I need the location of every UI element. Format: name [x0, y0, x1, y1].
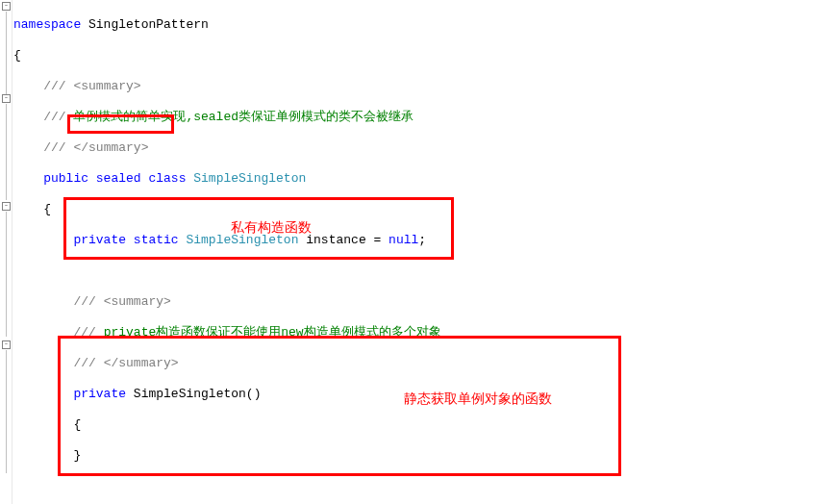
keyword-namespace: namespace — [13, 17, 81, 32]
fold-toggle[interactable]: - — [2, 94, 11, 103]
brace: { — [13, 48, 536, 63]
fold-line — [6, 104, 7, 200]
fold-toggle[interactable]: - — [2, 340, 11, 349]
fold-line — [6, 12, 7, 94]
keyword-public: public — [13, 171, 88, 186]
doc-tag: </summary> — [73, 140, 148, 155]
fold-gutter: - - - - — [0, 0, 13, 504]
fold-toggle[interactable]: - — [2, 2, 11, 11]
fold-toggle[interactable]: - — [2, 202, 11, 211]
doc-slash: /// — [13, 294, 104, 309]
highlight-getinstance — [58, 336, 621, 476]
highlight-private-static — [67, 114, 174, 134]
doc-slash: /// — [13, 140, 73, 155]
doc-tag: <summary> — [104, 294, 171, 309]
type-name: SimpleSingleton — [186, 171, 306, 186]
annotation-getinstance: 静态获取单例对象的函数 — [404, 391, 552, 406]
annotation-ctor: 私有构造函数 — [231, 219, 312, 235]
fold-line — [6, 212, 7, 337]
fold-line — [6, 350, 7, 473]
doc-slash: /// — [13, 79, 73, 93]
ns-name: SingletonPattern — [81, 17, 209, 32]
doc-tag: <summary> — [73, 79, 140, 93]
keyword-sealed: sealed — [88, 171, 141, 186]
doc-slash: /// — [13, 110, 66, 124]
keyword-class: class — [141, 171, 187, 186]
